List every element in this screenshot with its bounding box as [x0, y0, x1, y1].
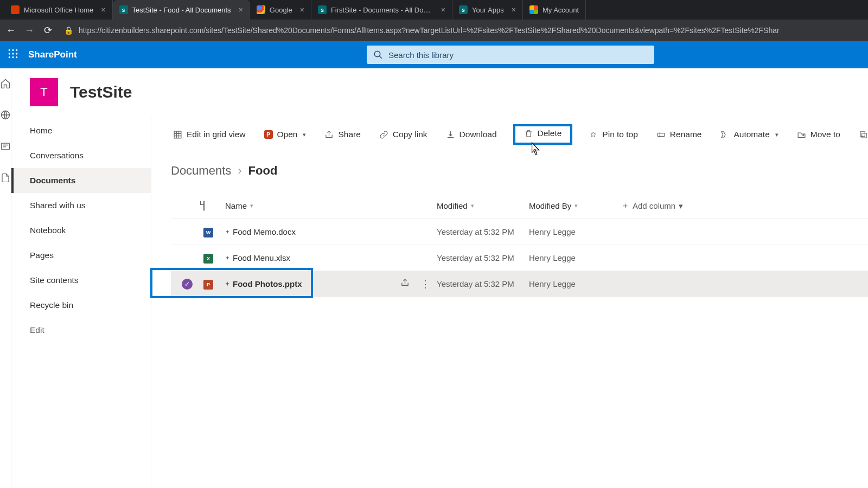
search-input[interactable]	[388, 50, 648, 60]
site-two-col: Home Conversations Documents Shared with…	[11, 116, 868, 488]
tab-sharepoint-testsite[interactable]: s TestSite - Food - All Documents ×	[113, 0, 250, 20]
chevron-down-icon: ▾	[679, 201, 683, 211]
files-icon[interactable]	[1, 172, 10, 185]
svg-rect-15	[658, 133, 665, 136]
favicon-ms	[529, 5, 538, 14]
ql-documents[interactable]: Documents	[11, 168, 151, 193]
word-icon: W	[203, 228, 213, 237]
svg-rect-17	[860, 131, 865, 136]
cursor-icon	[529, 142, 541, 156]
tab-title: Your Apps	[472, 6, 504, 14]
modified-column[interactable]: Modified▾	[437, 201, 529, 210]
svg-rect-14	[533, 149, 537, 155]
add-column-button[interactable]: ＋Add column▾	[621, 201, 730, 211]
search-box[interactable]	[367, 46, 654, 64]
close-icon[interactable]: ×	[441, 5, 445, 14]
cmd-label: Rename	[670, 130, 702, 139]
cmd-label: Delete	[538, 129, 562, 138]
file-name[interactable]: ✦Food Photos.pptx	[225, 279, 404, 288]
trash-icon	[524, 129, 533, 138]
share-icon	[324, 130, 334, 139]
move-button[interactable]: Move to	[795, 126, 843, 143]
news-icon[interactable]	[0, 141, 11, 154]
automate-button[interactable]: Automate ▾	[718, 126, 780, 143]
close-icon[interactable]: ×	[239, 5, 243, 14]
powerpoint-icon: P	[264, 130, 273, 139]
more-icon[interactable]: ⋮	[420, 278, 430, 290]
ql-notebook[interactable]: Notebook	[11, 218, 151, 243]
favicon-sharepoint: s	[318, 5, 327, 14]
table-header: Name▾ Modified▾ Modified By▾ ＋Add column…	[171, 193, 868, 219]
copy-button[interactable]: Copy to	[857, 126, 868, 143]
breadcrumb-root[interactable]: Documents	[171, 164, 231, 178]
content: Edit in grid view P Open ▾ Share Copy li…	[151, 116, 868, 488]
selected-check-icon[interactable]: ✓	[182, 279, 193, 290]
site-logo[interactable]: T	[30, 78, 58, 106]
site-header: T TestSite	[11, 68, 868, 116]
new-indicator-icon: ✦	[225, 281, 229, 287]
favicon-sharepoint: s	[119, 5, 128, 14]
tab-title: Microsoft Office Home	[24, 6, 93, 14]
svg-point-9	[374, 51, 380, 57]
close-icon[interactable]: ×	[101, 5, 105, 14]
file-name[interactable]: ✦Food Menu.xlsx	[225, 253, 404, 262]
table-row-selected[interactable]: ✓ P ✦Food Photos.pptx ⋮ Yesterday at 5:3…	[171, 271, 868, 297]
site-title[interactable]: TestSite	[70, 83, 132, 101]
suite-brand[interactable]: SharePoint	[28, 49, 77, 60]
new-indicator-icon: ✦	[225, 229, 229, 235]
ql-conversations[interactable]: Conversations	[11, 143, 151, 168]
share-icon[interactable]	[400, 278, 410, 290]
filetype-column-icon[interactable]	[203, 201, 225, 210]
command-bar: Edit in grid view P Open ▾ Share Copy li…	[171, 119, 868, 150]
tab-myaccount[interactable]: My Account	[523, 0, 586, 20]
svg-point-1	[12, 49, 14, 50]
modifiedby-column[interactable]: Modified By▾	[529, 201, 621, 210]
ql-home[interactable]: Home	[11, 118, 151, 143]
tab-google[interactable]: Google ×	[250, 0, 311, 20]
quick-launch: Home Conversations Documents Shared with…	[11, 116, 151, 488]
file-name[interactable]: ✦Food Memo.docx	[225, 227, 404, 236]
modifiedby-cell: Henry Legge	[529, 253, 621, 262]
modifiedby-cell: Henry Legge	[529, 227, 621, 236]
url-bar[interactable]: 🔒 https://citizenbuilders.sharepoint.com…	[61, 26, 863, 35]
close-icon[interactable]: ×	[300, 5, 304, 14]
tab-yourapps[interactable]: s Your Apps ×	[452, 0, 523, 20]
rename-button[interactable]: Rename	[654, 126, 704, 143]
app-launcher-icon[interactable]	[8, 48, 18, 62]
app-rail	[0, 68, 11, 488]
open-button[interactable]: P Open ▾	[262, 126, 309, 143]
home-icon[interactable]	[0, 78, 11, 91]
table-row[interactable]: X ✦Food Menu.xlsx Yesterday at 5:32 PM H…	[171, 245, 868, 271]
share-button[interactable]: Share	[322, 126, 362, 143]
table-row[interactable]: W ✦Food Memo.docx Yesterday at 5:32 PM H…	[171, 219, 868, 245]
ql-edit[interactable]: Edit	[11, 318, 151, 343]
svg-point-3	[9, 53, 10, 54]
app-body: T TestSite Home Conversations Documents …	[0, 68, 868, 488]
browser-chrome: Microsoft Office Home × s TestSite - Foo…	[0, 0, 868, 41]
tab-office[interactable]: Microsoft Office Home ×	[4, 0, 113, 20]
modified-cell: Yesterday at 5:32 PM	[437, 253, 529, 262]
svg-point-0	[9, 49, 10, 50]
ql-sitecontents[interactable]: Site contents	[11, 268, 151, 293]
chevron-right-icon: ›	[238, 164, 241, 178]
globe-icon[interactable]	[0, 110, 11, 123]
edit-grid-button[interactable]: Edit in grid view	[171, 126, 248, 143]
reload-button[interactable]: ⟳	[42, 24, 53, 36]
chevron-down-icon: ▾	[575, 202, 578, 209]
tab-sharepoint-firstsite[interactable]: s FirstSite - Documents - All Docu… ×	[311, 0, 452, 20]
close-icon[interactable]: ×	[512, 5, 516, 14]
name-column[interactable]: Name▾	[225, 201, 404, 210]
copy-link-button[interactable]: Copy link	[377, 126, 430, 143]
ql-pages[interactable]: Pages	[11, 243, 151, 268]
delete-button[interactable]: Delete	[513, 124, 573, 145]
back-button[interactable]: ←	[5, 25, 16, 36]
svg-point-5	[16, 53, 17, 54]
cmd-label: Share	[338, 130, 360, 139]
rename-icon	[656, 130, 666, 139]
forward-button[interactable]: →	[24, 25, 35, 36]
svg-point-4	[12, 53, 14, 54]
pin-button[interactable]: Pin to top	[586, 126, 640, 143]
download-button[interactable]: Download	[444, 126, 499, 143]
ql-recyclebin[interactable]: Recycle bin	[11, 293, 151, 318]
ql-shared[interactable]: Shared with us	[11, 193, 151, 218]
